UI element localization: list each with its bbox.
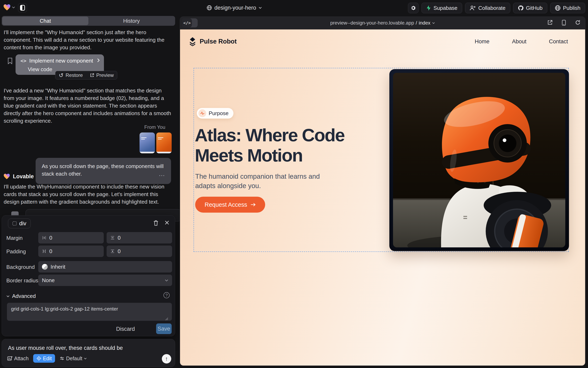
preview-button[interactable]: Preview bbox=[96, 72, 114, 78]
close-icon[interactable] bbox=[164, 220, 170, 225]
chevron-down-icon bbox=[84, 358, 87, 359]
tab-chat[interactable]: Chat bbox=[2, 17, 88, 25]
supabase-icon bbox=[426, 5, 431, 11]
advanced-section-toggle[interactable]: Advanced bbox=[6, 293, 36, 299]
github-icon bbox=[518, 5, 523, 11]
preview-url-bar[interactable]: preview--design-your-hero.lovable.app / … bbox=[180, 16, 586, 29]
background-label: Background bbox=[6, 264, 35, 270]
pulse-robot-logo-icon bbox=[188, 37, 197, 46]
tab-history[interactable]: History bbox=[88, 17, 174, 25]
select-chevron-icon bbox=[165, 279, 168, 282]
bookmark-icon[interactable] bbox=[7, 58, 13, 64]
assistant-message-2: I've added a new "Why Humanoid" section … bbox=[4, 87, 173, 125]
more-options-icon[interactable]: ⋯ bbox=[159, 172, 166, 179]
padding-y-input[interactable]: 0 bbox=[107, 246, 172, 257]
mobile-view-icon[interactable] bbox=[561, 20, 566, 26]
project-switcher[interactable]: design-your-hero bbox=[207, 4, 262, 12]
margin-x-input[interactable]: 0 bbox=[38, 232, 104, 243]
chat-history-tabs: Chat History bbox=[2, 16, 175, 26]
discard-button[interactable]: Discard bbox=[116, 326, 135, 332]
assistant-message-3: I'll update the WhyHumanoid component to… bbox=[4, 183, 173, 206]
chevron-down-icon bbox=[432, 22, 435, 24]
top-bar: design-your-hero Supabase Collaborate bbox=[0, 0, 588, 16]
collaborate-icon bbox=[470, 5, 476, 11]
github-button[interactable]: GitHub bbox=[513, 3, 547, 13]
edit-mode-button[interactable]: Edit bbox=[33, 354, 55, 363]
chat-input[interactable]: As user mouse roll over, these cards sho… bbox=[8, 345, 123, 351]
hero-subtext: The humanoid companion that learns and a… bbox=[195, 172, 338, 191]
assistant-message-1: I'll implement the "Why Humanoid" sectio… bbox=[4, 29, 173, 51]
preview-path: index bbox=[419, 20, 430, 26]
purpose-badge: Purpose bbox=[197, 108, 233, 119]
settings-button[interactable] bbox=[408, 3, 419, 13]
hero-robot-card bbox=[389, 69, 569, 251]
model-default-selector[interactable]: Default bbox=[59, 356, 87, 361]
site-canvas: Pulse Robot Home About Contact Purpose A… bbox=[180, 29, 585, 366]
edit-target-icon bbox=[37, 356, 41, 361]
margin-x-icon bbox=[42, 236, 47, 240]
preview-url: preview--design-your-hero.lovable.app bbox=[330, 20, 414, 26]
resize-handle-icon[interactable] bbox=[165, 317, 168, 321]
lovable-menu-button[interactable] bbox=[3, 3, 15, 12]
attachment-thumbnail-blue[interactable] bbox=[140, 132, 155, 153]
border-radius-select[interactable]: None bbox=[38, 275, 172, 286]
element-tag-icon bbox=[12, 221, 17, 226]
background-input[interactable]: Inherit bbox=[38, 261, 172, 273]
padding-x-icon bbox=[42, 249, 47, 254]
selected-element-chip[interactable]: div bbox=[8, 219, 31, 228]
padding-y-icon bbox=[110, 249, 115, 254]
open-in-new-tab-icon[interactable] bbox=[547, 20, 553, 25]
sidebar-toggle-button[interactable] bbox=[18, 3, 27, 12]
request-access-button[interactable]: Request Access bbox=[195, 197, 265, 213]
robot-illustration bbox=[393, 73, 565, 247]
margin-y-icon bbox=[110, 236, 115, 240]
nav-about[interactable]: About bbox=[512, 38, 526, 45]
component-card-title: Implement new component bbox=[29, 58, 93, 64]
site-header: Pulse Robot Home About Contact bbox=[188, 37, 577, 47]
margin-label: Margin bbox=[6, 235, 22, 241]
padding-x-input[interactable]: 0 bbox=[38, 246, 104, 257]
from-you-label: From You bbox=[2, 124, 165, 130]
arrow-right-icon bbox=[250, 202, 256, 207]
restore-icon: ↺ bbox=[59, 72, 63, 79]
restore-button[interactable]: Restore bbox=[66, 72, 83, 78]
background-swatch bbox=[42, 264, 48, 270]
refresh-icon[interactable] bbox=[575, 20, 581, 25]
sidebar-toggle-icon bbox=[20, 5, 25, 11]
help-icon[interactable]: ? bbox=[163, 292, 170, 298]
preview-panel: </> preview--design-your-hero.lovable.ap… bbox=[180, 16, 586, 366]
hero-heading: Atlas: Where Code Meets Motion bbox=[195, 125, 362, 166]
save-button[interactable]: Save bbox=[156, 323, 172, 334]
view-code-link[interactable]: View code bbox=[28, 66, 52, 73]
assistant-name: Lovable bbox=[13, 173, 34, 180]
advanced-chevron-icon bbox=[6, 295, 9, 297]
chevron-down-icon bbox=[259, 7, 262, 9]
external-link-icon bbox=[90, 73, 94, 77]
collaborate-button[interactable]: Collaborate bbox=[465, 3, 510, 13]
globe-icon bbox=[207, 5, 212, 10]
chat-composer: As user mouse roll over, these cards sho… bbox=[2, 339, 175, 367]
lovable-heart-icon bbox=[3, 173, 10, 180]
attachment-thumbnail-orange[interactable] bbox=[156, 132, 172, 153]
nav-contact[interactable]: Contact bbox=[549, 38, 568, 45]
classes-textarea[interactable]: grid grid-cols-1 lg:grid-cols-2 gap-12 i… bbox=[7, 303, 172, 321]
lovable-heart-icon bbox=[3, 4, 11, 11]
attach-button[interactable]: Attach bbox=[7, 356, 29, 361]
chevron-right-icon bbox=[97, 58, 100, 63]
publish-globe-icon bbox=[555, 5, 560, 11]
margin-y-input[interactable]: 0 bbox=[107, 232, 172, 243]
default-sliders-icon bbox=[59, 356, 65, 361]
assistant-header: Lovable ⋯ bbox=[3, 173, 171, 180]
border-radius-label: Border radius bbox=[6, 277, 38, 284]
project-name: design-your-hero bbox=[214, 5, 256, 11]
nav-home[interactable]: Home bbox=[475, 38, 489, 45]
attach-image-icon bbox=[7, 356, 12, 361]
send-button[interactable]: ↑ bbox=[162, 354, 171, 364]
padding-label: Padding bbox=[6, 248, 26, 255]
trash-icon[interactable] bbox=[153, 220, 159, 226]
supabase-button[interactable]: Supabase bbox=[421, 3, 462, 13]
version-actions: ↺ Restore Preview bbox=[55, 71, 117, 80]
site-logo[interactable]: Pulse Robot bbox=[188, 37, 237, 46]
chevron-down-icon bbox=[12, 6, 15, 8]
publish-button[interactable]: Publish bbox=[550, 3, 585, 13]
